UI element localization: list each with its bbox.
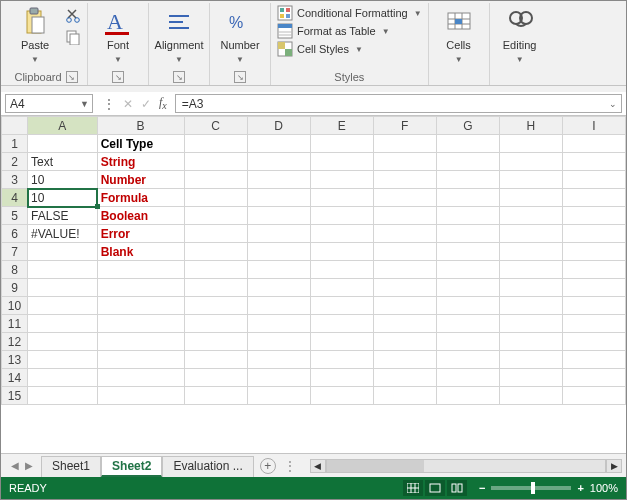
- cell[interactable]: [436, 189, 499, 207]
- cell[interactable]: [499, 351, 562, 369]
- row-header[interactable]: 5: [2, 207, 28, 225]
- cell[interactable]: [373, 333, 436, 351]
- cell[interactable]: [247, 189, 310, 207]
- column-header[interactable]: C: [184, 117, 247, 135]
- cell[interactable]: [310, 153, 373, 171]
- cell[interactable]: [373, 279, 436, 297]
- cell[interactable]: [436, 135, 499, 153]
- column-header[interactable]: B: [97, 117, 184, 135]
- cell[interactable]: [184, 315, 247, 333]
- cell[interactable]: [562, 261, 625, 279]
- cell[interactable]: [97, 279, 184, 297]
- cell[interactable]: [499, 279, 562, 297]
- cell[interactable]: [499, 171, 562, 189]
- cell[interactable]: [310, 189, 373, 207]
- row-header[interactable]: 4: [2, 189, 28, 207]
- chevron-down-icon[interactable]: ▼: [80, 99, 89, 109]
- cell[interactable]: [373, 261, 436, 279]
- cell[interactable]: [28, 387, 98, 405]
- cell[interactable]: [373, 297, 436, 315]
- cell[interactable]: [562, 351, 625, 369]
- cell[interactable]: [373, 315, 436, 333]
- cell[interactable]: Number: [97, 171, 184, 189]
- cell[interactable]: [436, 333, 499, 351]
- cell[interactable]: 10: [28, 171, 98, 189]
- cell[interactable]: [184, 207, 247, 225]
- cell[interactable]: [247, 387, 310, 405]
- cell[interactable]: [247, 225, 310, 243]
- cell[interactable]: [184, 261, 247, 279]
- cell[interactable]: [499, 243, 562, 261]
- cell[interactable]: [436, 261, 499, 279]
- cell[interactable]: [97, 297, 184, 315]
- editing-button[interactable]: Editing▼: [496, 3, 544, 68]
- cell[interactable]: [310, 171, 373, 189]
- cancel-formula-icon[interactable]: ✕: [123, 97, 133, 111]
- formula-input[interactable]: =A3 ⌄: [175, 94, 622, 113]
- cell[interactable]: Formula: [97, 189, 184, 207]
- sheet-tab[interactable]: Sheet1: [41, 456, 101, 477]
- row-header[interactable]: 8: [2, 261, 28, 279]
- row-header[interactable]: 11: [2, 315, 28, 333]
- row-header[interactable]: 12: [2, 333, 28, 351]
- cell[interactable]: [28, 351, 98, 369]
- cell[interactable]: [499, 261, 562, 279]
- cell[interactable]: [184, 171, 247, 189]
- cell[interactable]: [247, 243, 310, 261]
- cell[interactable]: [436, 387, 499, 405]
- select-all-corner[interactable]: [2, 117, 28, 135]
- cell[interactable]: Blank: [97, 243, 184, 261]
- dialog-launcher-clipboard[interactable]: ↘: [66, 71, 78, 83]
- cell[interactable]: [373, 351, 436, 369]
- cell[interactable]: [247, 171, 310, 189]
- cell[interactable]: [310, 369, 373, 387]
- cell[interactable]: [28, 333, 98, 351]
- cell[interactable]: [562, 243, 625, 261]
- view-normal-icon[interactable]: [403, 480, 423, 496]
- conditional-formatting-button[interactable]: Conditional Formatting▼: [277, 5, 422, 21]
- cell[interactable]: [499, 207, 562, 225]
- tab-prev-icon[interactable]: ◀: [11, 460, 19, 471]
- cell[interactable]: [97, 261, 184, 279]
- cell[interactable]: [310, 279, 373, 297]
- cell[interactable]: [499, 333, 562, 351]
- cell[interactable]: [499, 135, 562, 153]
- cell[interactable]: [184, 387, 247, 405]
- cell[interactable]: [499, 387, 562, 405]
- cell[interactable]: [310, 315, 373, 333]
- accept-formula-icon[interactable]: ✓: [141, 97, 151, 111]
- dialog-launcher-alignment[interactable]: ↘: [173, 71, 185, 83]
- column-header[interactable]: D: [247, 117, 310, 135]
- cell[interactable]: [184, 135, 247, 153]
- row-header[interactable]: 10: [2, 297, 28, 315]
- cell[interactable]: [436, 243, 499, 261]
- cell[interactable]: [436, 351, 499, 369]
- dialog-launcher-number[interactable]: ↘: [234, 71, 246, 83]
- cell[interactable]: [28, 261, 98, 279]
- column-header[interactable]: E: [310, 117, 373, 135]
- cell[interactable]: [247, 279, 310, 297]
- cell[interactable]: [436, 225, 499, 243]
- cell[interactable]: [562, 171, 625, 189]
- cell[interactable]: [310, 387, 373, 405]
- cell[interactable]: [247, 315, 310, 333]
- cell[interactable]: [373, 243, 436, 261]
- cell[interactable]: [28, 297, 98, 315]
- cell[interactable]: Boolean: [97, 207, 184, 225]
- row-header[interactable]: 7: [2, 243, 28, 261]
- alignment-button[interactable]: Alignment▼: [155, 3, 203, 68]
- cell[interactable]: [184, 297, 247, 315]
- cell[interactable]: [184, 153, 247, 171]
- cell[interactable]: [310, 225, 373, 243]
- cell[interactable]: [184, 369, 247, 387]
- cell[interactable]: [499, 153, 562, 171]
- cell[interactable]: [562, 369, 625, 387]
- sheet-tab[interactable]: Evaluation ...: [162, 456, 253, 477]
- cell[interactable]: [499, 369, 562, 387]
- cell[interactable]: [499, 189, 562, 207]
- cell[interactable]: [436, 207, 499, 225]
- cell[interactable]: [436, 369, 499, 387]
- sheet-tab[interactable]: Sheet2: [101, 456, 162, 477]
- cell[interactable]: [562, 297, 625, 315]
- cell[interactable]: [436, 315, 499, 333]
